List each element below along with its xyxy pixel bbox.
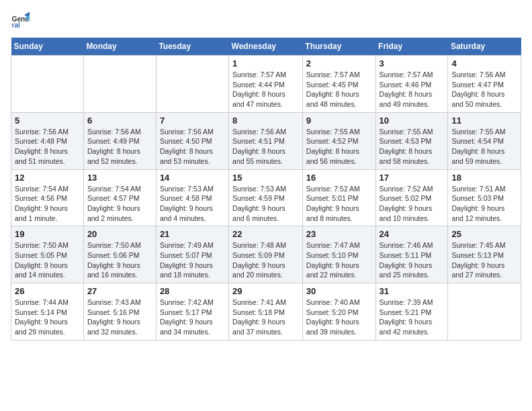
calendar-day-13: 13Sunrise: 7:54 AM Sunset: 4:57 PM Dayli…	[83, 169, 156, 226]
calendar-day-3: 3Sunrise: 7:57 AM Sunset: 4:46 PM Daylig…	[375, 56, 448, 113]
calendar-day-25: 25Sunrise: 7:45 AM Sunset: 5:13 PM Dayli…	[448, 226, 521, 283]
calendar-week-1: 1Sunrise: 7:57 AM Sunset: 4:44 PM Daylig…	[11, 56, 521, 113]
day-number-27: 27	[87, 286, 152, 296]
calendar-day-16: 16Sunrise: 7:52 AM Sunset: 5:01 PM Dayli…	[302, 169, 375, 226]
calendar-day-18: 18Sunrise: 7:51 AM Sunset: 5:03 PM Dayli…	[448, 169, 521, 226]
day-info-2: Sunrise: 7:57 AM Sunset: 4:45 PM Dayligh…	[306, 70, 372, 109]
calendar-day-22: 22Sunrise: 7:48 AM Sunset: 5:09 PM Dayli…	[229, 226, 303, 283]
day-number-21: 21	[160, 229, 225, 239]
day-info-14: Sunrise: 7:53 AM Sunset: 4:58 PM Dayligh…	[160, 184, 225, 224]
day-number-8: 8	[232, 116, 299, 126]
calendar-day-30: 30Sunrise: 7:40 AM Sunset: 5:20 PM Dayli…	[302, 283, 375, 340]
day-number-5: 5	[15, 116, 80, 126]
day-info-23: Sunrise: 7:47 AM Sunset: 5:10 PM Dayligh…	[306, 240, 372, 280]
day-number-13: 13	[87, 173, 152, 183]
logo-icon: Gene ral	[11, 11, 30, 30]
day-number-23: 23	[306, 229, 372, 239]
day-info-5: Sunrise: 7:56 AM Sunset: 4:48 PM Dayligh…	[15, 127, 80, 167]
day-number-19: 19	[15, 229, 80, 239]
calendar-day-20: 20Sunrise: 7:50 AM Sunset: 5:06 PM Dayli…	[83, 226, 156, 283]
day-info-4: Sunrise: 7:56 AM Sunset: 4:47 PM Dayligh…	[451, 70, 517, 109]
calendar-week-2: 5Sunrise: 7:56 AM Sunset: 4:48 PM Daylig…	[11, 112, 521, 169]
day-info-31: Sunrise: 7:39 AM Sunset: 5:21 PM Dayligh…	[380, 298, 445, 337]
calendar-day-21: 21Sunrise: 7:49 AM Sunset: 5:07 PM Dayli…	[156, 226, 228, 283]
day-number-20: 20	[87, 229, 152, 239]
calendar-day-29: 29Sunrise: 7:41 AM Sunset: 5:18 PM Dayli…	[229, 283, 303, 340]
weekday-header-tuesday: Tuesday	[156, 38, 228, 56]
day-number-25: 25	[451, 229, 517, 239]
empty-cell	[448, 283, 521, 340]
day-info-26: Sunrise: 7:44 AM Sunset: 5:14 PM Dayligh…	[15, 298, 80, 337]
day-info-19: Sunrise: 7:50 AM Sunset: 5:05 PM Dayligh…	[15, 240, 80, 280]
day-number-14: 14	[160, 173, 225, 183]
day-info-1: Sunrise: 7:57 AM Sunset: 4:44 PM Dayligh…	[232, 70, 299, 109]
weekday-header-monday: Monday	[83, 38, 156, 56]
day-number-3: 3	[380, 58, 445, 68]
day-number-11: 11	[451, 116, 517, 126]
weekday-header-wednesday: Wednesday	[229, 38, 303, 56]
day-info-28: Sunrise: 7:42 AM Sunset: 5:17 PM Dayligh…	[160, 298, 225, 337]
calendar-day-5: 5Sunrise: 7:56 AM Sunset: 4:48 PM Daylig…	[11, 112, 84, 169]
empty-cell	[11, 56, 84, 113]
day-number-30: 30	[306, 286, 372, 296]
calendar-day-23: 23Sunrise: 7:47 AM Sunset: 5:10 PM Dayli…	[302, 226, 375, 283]
day-number-16: 16	[306, 173, 372, 183]
calendar-week-5: 26Sunrise: 7:44 AM Sunset: 5:14 PM Dayli…	[11, 283, 521, 340]
day-number-2: 2	[306, 58, 372, 68]
day-number-29: 29	[232, 286, 299, 296]
day-info-29: Sunrise: 7:41 AM Sunset: 5:18 PM Dayligh…	[232, 298, 299, 337]
day-info-9: Sunrise: 7:55 AM Sunset: 4:52 PM Dayligh…	[306, 127, 372, 167]
calendar-day-8: 8Sunrise: 7:56 AM Sunset: 4:51 PM Daylig…	[229, 112, 303, 169]
day-info-17: Sunrise: 7:52 AM Sunset: 5:02 PM Dayligh…	[380, 184, 445, 224]
day-info-6: Sunrise: 7:56 AM Sunset: 4:49 PM Dayligh…	[87, 127, 152, 167]
empty-cell	[156, 56, 228, 113]
svg-text:ral: ral	[12, 21, 21, 29]
day-number-7: 7	[160, 116, 225, 126]
weekday-header-row: SundayMondayTuesdayWednesdayThursdayFrid…	[11, 38, 521, 56]
day-info-25: Sunrise: 7:45 AM Sunset: 5:13 PM Dayligh…	[451, 240, 517, 280]
day-number-9: 9	[306, 116, 372, 126]
day-info-11: Sunrise: 7:55 AM Sunset: 4:54 PM Dayligh…	[451, 127, 517, 167]
calendar-day-10: 10Sunrise: 7:55 AM Sunset: 4:53 PM Dayli…	[375, 112, 448, 169]
day-info-7: Sunrise: 7:56 AM Sunset: 4:50 PM Dayligh…	[160, 127, 225, 167]
calendar-week-3: 12Sunrise: 7:54 AM Sunset: 4:56 PM Dayli…	[11, 169, 521, 226]
calendar-day-31: 31Sunrise: 7:39 AM Sunset: 5:21 PM Dayli…	[375, 283, 448, 340]
day-number-22: 22	[232, 229, 299, 239]
day-number-24: 24	[380, 229, 445, 239]
calendar-day-26: 26Sunrise: 7:44 AM Sunset: 5:14 PM Dayli…	[11, 283, 84, 340]
weekday-header-saturday: Saturday	[448, 38, 521, 56]
calendar-day-14: 14Sunrise: 7:53 AM Sunset: 4:58 PM Dayli…	[156, 169, 228, 226]
day-number-26: 26	[15, 286, 80, 296]
calendar-day-6: 6Sunrise: 7:56 AM Sunset: 4:49 PM Daylig…	[83, 112, 156, 169]
day-number-28: 28	[160, 286, 225, 296]
weekday-header-friday: Friday	[375, 38, 448, 56]
weekday-header-sunday: Sunday	[11, 38, 84, 56]
calendar-day-1: 1Sunrise: 7:57 AM Sunset: 4:44 PM Daylig…	[229, 56, 303, 113]
day-info-13: Sunrise: 7:54 AM Sunset: 4:57 PM Dayligh…	[87, 184, 152, 224]
day-info-21: Sunrise: 7:49 AM Sunset: 5:07 PM Dayligh…	[160, 240, 225, 280]
calendar-day-15: 15Sunrise: 7:53 AM Sunset: 4:59 PM Dayli…	[229, 169, 303, 226]
calendar-day-19: 19Sunrise: 7:50 AM Sunset: 5:05 PM Dayli…	[11, 226, 84, 283]
calendar-day-7: 7Sunrise: 7:56 AM Sunset: 4:50 PM Daylig…	[156, 112, 228, 169]
calendar-day-17: 17Sunrise: 7:52 AM Sunset: 5:02 PM Dayli…	[375, 169, 448, 226]
day-info-15: Sunrise: 7:53 AM Sunset: 4:59 PM Dayligh…	[232, 184, 299, 224]
day-info-27: Sunrise: 7:43 AM Sunset: 5:16 PM Dayligh…	[87, 298, 152, 337]
weekday-header-thursday: Thursday	[302, 38, 375, 56]
calendar-week-4: 19Sunrise: 7:50 AM Sunset: 5:05 PM Dayli…	[11, 226, 521, 283]
day-info-24: Sunrise: 7:46 AM Sunset: 5:11 PM Dayligh…	[380, 240, 445, 280]
day-info-22: Sunrise: 7:48 AM Sunset: 5:09 PM Dayligh…	[232, 240, 299, 280]
calendar-day-9: 9Sunrise: 7:55 AM Sunset: 4:52 PM Daylig…	[302, 112, 375, 169]
day-info-3: Sunrise: 7:57 AM Sunset: 4:46 PM Dayligh…	[380, 70, 445, 109]
day-number-10: 10	[380, 116, 445, 126]
calendar-day-12: 12Sunrise: 7:54 AM Sunset: 4:56 PM Dayli…	[11, 169, 84, 226]
calendar-day-4: 4Sunrise: 7:56 AM Sunset: 4:47 PM Daylig…	[448, 56, 521, 113]
calendar-day-24: 24Sunrise: 7:46 AM Sunset: 5:11 PM Dayli…	[375, 226, 448, 283]
day-number-15: 15	[232, 173, 299, 183]
day-number-1: 1	[232, 58, 299, 68]
calendar-body: 1Sunrise: 7:57 AM Sunset: 4:44 PM Daylig…	[11, 56, 521, 340]
empty-cell	[83, 56, 156, 113]
day-info-8: Sunrise: 7:56 AM Sunset: 4:51 PM Dayligh…	[232, 127, 299, 167]
day-number-12: 12	[15, 173, 80, 183]
day-number-6: 6	[87, 116, 152, 126]
calendar-table: SundayMondayTuesdayWednesdayThursdayFrid…	[11, 38, 521, 340]
